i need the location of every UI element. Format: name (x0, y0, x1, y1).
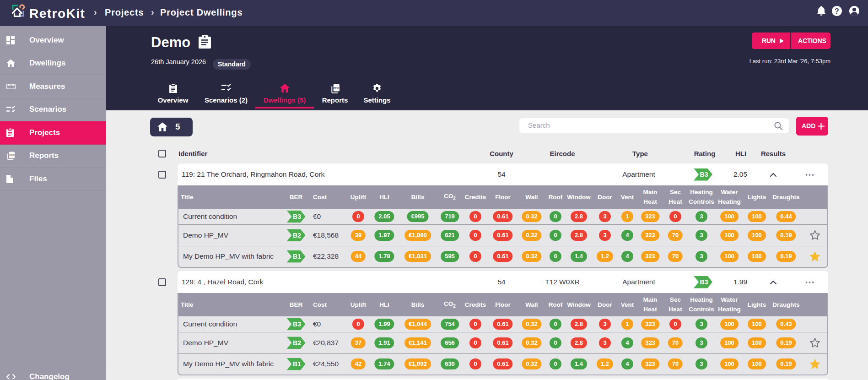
svg-text:?: ? (835, 7, 839, 15)
svg-text:PDF: PDF (9, 154, 15, 157)
svg-text:PDF: PDF (333, 87, 339, 90)
